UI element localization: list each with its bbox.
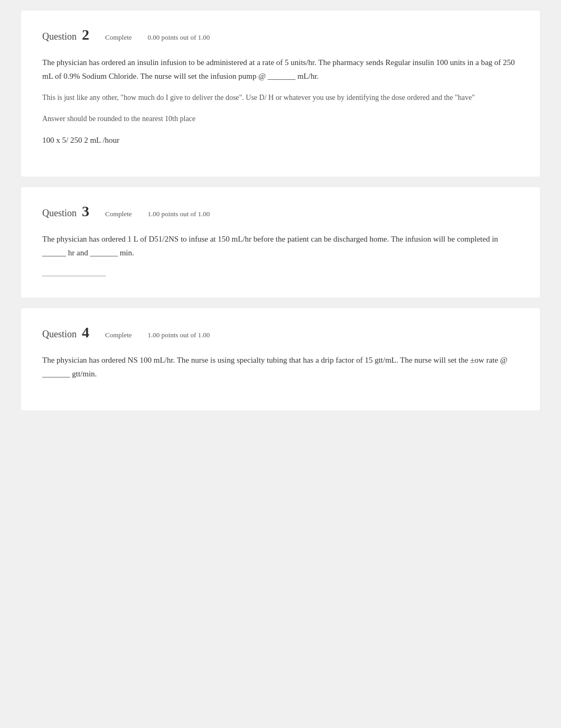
question-header-4: Question4Complete1.00 points out of 1.00 xyxy=(42,324,519,341)
formula-text: 100 x 5/ 250 2 mL /hour xyxy=(42,134,519,148)
question-number-4: 4 xyxy=(82,324,89,341)
question-status-3: Complete xyxy=(105,210,132,218)
question-body-4: The physician has ordered NS 100 mL/hr. … xyxy=(42,354,519,381)
question-text: The physician has ordered an insulin inf… xyxy=(42,56,519,83)
question-body-3: The physician has ordered 1 L of D51/2NS… xyxy=(42,233,519,260)
question-label-2: Question xyxy=(42,31,77,42)
question-card-4: Question4Complete1.00 points out of 1.00… xyxy=(21,308,540,410)
question-card-2: Question2Complete0.00 points out of 1.00… xyxy=(21,11,540,177)
question-status-2: Complete xyxy=(105,33,132,42)
question-label-4: Question xyxy=(42,329,77,340)
question-text: The physician has ordered NS 100 mL/hr. … xyxy=(42,354,519,381)
question-header-3: Question3Complete1.00 points out of 1.00 xyxy=(42,203,519,220)
question-body-2: The physician has ordered an insulin inf… xyxy=(42,56,519,147)
question-number-3: 3 xyxy=(82,203,89,220)
section-divider xyxy=(42,275,106,277)
question-header-2: Question2Complete0.00 points out of 1.00 xyxy=(42,26,519,43)
question-card-3: Question3Complete1.00 points out of 1.00… xyxy=(21,187,540,298)
question-status-4: Complete xyxy=(105,331,132,339)
question-text: The physician has ordered 1 L of D51/2NS… xyxy=(42,233,519,260)
question-points-2: 0.00 points out of 1.00 xyxy=(148,33,210,42)
question-number-2: 2 xyxy=(82,26,89,43)
question-points-4: 1.00 points out of 1.00 xyxy=(148,331,210,339)
hint-text: This is just like any other, "how much d… xyxy=(42,91,519,104)
question-label-3: Question xyxy=(42,208,77,219)
hint-text: Answer should be rounded to the nearest … xyxy=(42,113,519,125)
page-container: Question2Complete0.00 points out of 1.00… xyxy=(0,0,561,728)
question-points-3: 1.00 points out of 1.00 xyxy=(148,210,210,218)
